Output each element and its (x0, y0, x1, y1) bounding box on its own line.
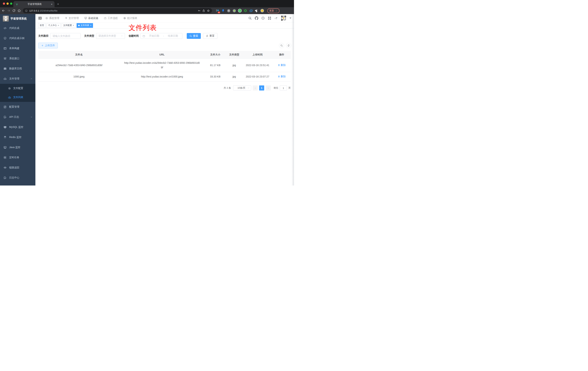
extension-eye-icon[interactable] (249, 9, 253, 13)
file-path-field[interactable] (50, 33, 81, 39)
github-icon[interactable] (255, 16, 258, 20)
new-tab-button[interactable]: + (57, 2, 59, 6)
address-bar[interactable]: 127.0.0.1:1024/infra/file/file (23, 8, 212, 13)
sidebar-item-file-list[interactable]: 文件列表 (0, 93, 35, 102)
search-icon[interactable] (248, 16, 252, 20)
font-size-icon[interactable]: TT (274, 16, 278, 20)
window-close-button[interactable] (3, 2, 5, 5)
app-navbar: 系统管理 ¥ 支付管理 基础设施 工作流程 统计报表 (35, 14, 294, 22)
upload-button[interactable]: 上传文件 (38, 43, 58, 48)
chevron-up-icon (30, 78, 32, 80)
browser-tab[interactable]: 芋道管理系统 × (13, 1, 54, 7)
schedule-icon (3, 156, 7, 159)
date-range-picker[interactable]: 开始日期 - 结束日期 (140, 33, 182, 39)
file-table: 文件名 URL 文件大小 文件类型 上传时间 操作 a294ecb2-73dd-… (38, 51, 291, 82)
extension-star-icon[interactable] (243, 9, 247, 13)
sidebar-item-file-config[interactable]: 文件配置 (0, 84, 35, 93)
search-icon (189, 35, 192, 37)
browser-update-button[interactable]: 更新 ⋮ (267, 8, 280, 13)
file-type-select[interactable]: 请选择文件类型 (96, 33, 125, 39)
reset-button[interactable]: 重置 (203, 33, 217, 39)
sidebar-item-tracing[interactable]: 链路追踪 (0, 163, 35, 173)
tab-close-icon[interactable]: × (51, 3, 52, 6)
sidebar-item-scheduled-tasks[interactable]: 定时任务 (0, 152, 35, 163)
share-icon[interactable] (202, 9, 205, 12)
tab-home[interactable]: 首页 (38, 23, 46, 28)
column-header: 文件大小 (204, 51, 226, 58)
tab-close-icon[interactable]: × (90, 24, 91, 27)
tab-close-icon[interactable]: × (58, 24, 59, 27)
file-path-input[interactable] (50, 34, 80, 37)
caret-down-icon[interactable] (290, 18, 291, 19)
sidebar-item-redis-monitor[interactable]: Redis 监控 (0, 132, 35, 142)
table-header-row: 文件名 URL 文件大小 文件类型 上传时间 操作 (38, 51, 291, 59)
calendar-icon (143, 35, 145, 37)
extension-puzzle-icon[interactable] (255, 9, 259, 13)
sidebar-item-db-doc[interactable]: 数据库文档 (0, 64, 35, 74)
sidebar: 芋道管理系统 代码生成 代码生成示例 表单构建 系统接口 数据库文档 (0, 14, 35, 186)
fullscreen-icon[interactable] (268, 16, 271, 20)
window-minimize-button[interactable] (7, 2, 9, 5)
delete-button[interactable]: 删除 (278, 74, 286, 79)
forward-icon[interactable] (7, 9, 10, 12)
sidebar-item-system-api[interactable]: 系统接口 (0, 53, 35, 64)
goto-unit-label: 页 (288, 86, 291, 90)
extension-kite-icon[interactable] (221, 9, 225, 13)
tab-profile[interactable]: 个人中心 × (47, 23, 61, 28)
extension-emoji-icon[interactable] (260, 9, 264, 13)
tab-file-config[interactable]: 文件配置 × (62, 23, 76, 28)
browser-menu-icon[interactable]: ⋮ (275, 9, 278, 12)
tab-label: 个人中心 (48, 24, 57, 27)
extension-v-icon[interactable]: V (238, 9, 242, 13)
tab-file-list[interactable]: 文件列表 × (77, 23, 93, 28)
back-icon[interactable] (2, 9, 5, 12)
sidebar-item-config-manage[interactable]: 配置管理 (0, 102, 35, 112)
sidebar-logo[interactable]: 芋道管理系统 (0, 14, 35, 23)
cloud-download-icon (3, 77, 7, 80)
refresh-table-button[interactable] (286, 43, 291, 48)
delete-button[interactable]: 删除 (278, 63, 286, 67)
nav-item-system[interactable]: 系统管理 (45, 17, 59, 20)
hide-search-button[interactable] (279, 43, 284, 48)
nav-item-label: 系统管理 (49, 17, 59, 20)
sidebar-item-label: 系统接口 (9, 57, 19, 60)
page-number-button[interactable]: 1 (259, 85, 264, 91)
user-avatar-qr[interactable] (281, 15, 286, 21)
extensions-area: 11 ⌘ V (215, 9, 264, 13)
nav-item-infra[interactable]: 基础设施 (84, 17, 98, 20)
extension-green-dot-icon[interactable] (232, 9, 236, 13)
sidebar-item-code-gen[interactable]: 代码生成 (0, 23, 35, 33)
sidebar-item-api-log[interactable]: API 日志 (0, 112, 35, 122)
sidebar-item-java-monitor[interactable]: Java 监控 (0, 142, 35, 152)
file-url-cell: http://test.yudao.iocoder.cn/1000.jpeg (120, 72, 204, 81)
prev-page-button[interactable]: ‹ (253, 85, 258, 91)
search-button[interactable]: 搜索 (187, 33, 201, 39)
page-size-select[interactable]: 10条/页 (233, 85, 251, 91)
extension-grid-icon[interactable]: 11 (215, 9, 220, 13)
sidebar-item-mysql-monitor[interactable]: MySQL 监控 (0, 122, 35, 132)
password-key-icon[interactable] (198, 9, 201, 12)
sidebar-item-log-center[interactable]: 日志中心 (0, 173, 35, 183)
nav-item-pay[interactable]: ¥ 支付管理 (65, 17, 79, 20)
trash-icon (278, 64, 280, 66)
bookmark-star-icon[interactable] (207, 9, 210, 12)
window-zoom-button[interactable] (10, 2, 12, 5)
extension-command-icon[interactable]: ⌘ (227, 9, 231, 13)
tab-close-icon[interactable]: × (73, 24, 74, 27)
date-end-placeholder[interactable]: 结束日期 (165, 34, 180, 38)
help-icon[interactable]: ? (261, 16, 265, 20)
sidebar-item-code-gen-demo[interactable]: 代码生成示例 (0, 33, 35, 43)
browser-tab-strip: 芋道管理系统 × + (0, 0, 294, 7)
goto-page-input[interactable] (280, 85, 287, 91)
search-icon (280, 44, 283, 47)
sidebar-item-form-builder[interactable]: 表单构建 (0, 43, 35, 53)
reload-icon[interactable] (12, 9, 16, 12)
sidebar-item-file-manage[interactable]: 文件管理 (0, 74, 35, 84)
date-start-placeholder[interactable]: 开始日期 (147, 34, 162, 38)
nav-item-workflow[interactable]: 工作流程 (104, 17, 118, 20)
nav-item-report[interactable]: 统计报表 (123, 17, 137, 20)
next-page-button[interactable]: › (266, 85, 271, 91)
site-info-icon[interactable] (25, 9, 28, 12)
home-icon[interactable] (18, 9, 21, 12)
sidebar-toggle-icon[interactable] (38, 16, 42, 20)
